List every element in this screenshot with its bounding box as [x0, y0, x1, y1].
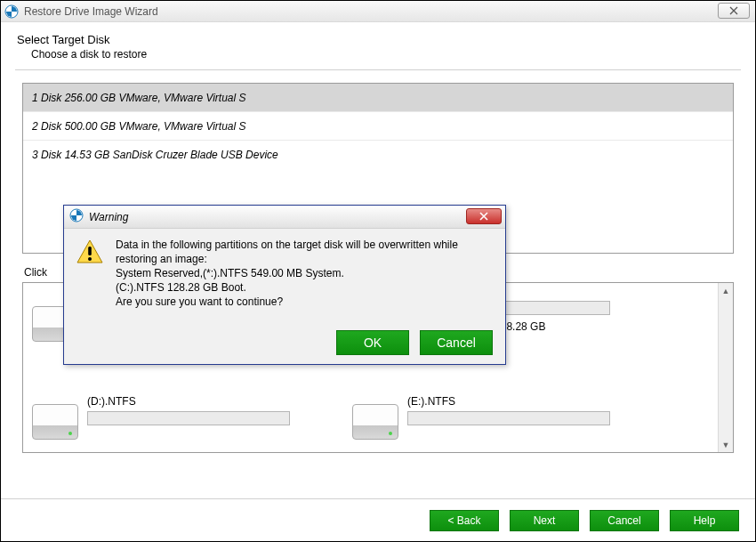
- dialog-titlebar: Warning: [64, 206, 505, 229]
- dialog-line: Are you sure you want to continue?: [116, 295, 493, 309]
- partition-name: (D:).NTFS: [87, 395, 292, 408]
- divider: [15, 69, 741, 70]
- disk-label: 2 Disk 500.00 GB VMware, VMware Virtual …: [32, 120, 246, 133]
- help-button[interactable]: Help: [670, 510, 739, 531]
- cancel-button[interactable]: Cancel: [590, 510, 659, 531]
- ok-button[interactable]: OK: [336, 330, 409, 355]
- dialog-close-button[interactable]: [466, 208, 502, 224]
- scroll-up-icon[interactable]: ▲: [719, 283, 733, 298]
- partition-usage-bar: [407, 411, 610, 425]
- partition-item[interactable]: (D:).NTFS: [32, 390, 299, 452]
- next-button[interactable]: Next: [510, 510, 579, 531]
- page-subtitle: Choose a disk to restore: [31, 48, 741, 61]
- app-icon: [69, 208, 84, 225]
- disk-label: 3 Disk 14.53 GB SanDisk Cruzer Blade USB…: [32, 149, 278, 161]
- warning-icon: [76, 238, 103, 264]
- disk-row[interactable]: 1 Disk 256.00 GB VMware, VMware Virtual …: [23, 84, 733, 112]
- back-button[interactable]: < Back: [430, 510, 499, 531]
- dialog-title: Warning: [89, 211, 128, 223]
- scrollbar[interactable]: ▲ ▼: [718, 283, 733, 452]
- svg-rect-2: [88, 247, 92, 255]
- dialog-message: Data in the following partitions on the …: [116, 238, 493, 309]
- app-icon: [4, 4, 19, 19]
- dialog-line: System Reserved,(*:).NTFS 549.00 MB Syst…: [116, 266, 493, 280]
- disk-row[interactable]: 3 Disk 14.53 GB SanDisk Cruzer Blade USB…: [23, 141, 733, 169]
- partition-name: (E:).NTFS: [407, 395, 612, 408]
- disk-row[interactable]: 2 Disk 500.00 GB VMware, VMware Virtual …: [23, 112, 733, 141]
- partition-usage-bar: [87, 411, 290, 425]
- disk-label: 1 Disk 256.00 GB VMware, VMware Virtual …: [32, 92, 246, 104]
- drive-icon: [32, 404, 78, 440]
- dialog-line: Data in the following partitions on the …: [116, 238, 493, 266]
- dialog-line: (C:).NTFS 128.28 GB Boot.: [116, 280, 493, 295]
- drive-icon: [352, 404, 398, 440]
- window-title: Restore Drive Image Wizard: [24, 5, 158, 18]
- page-title: Select Target Disk: [17, 33, 741, 46]
- scroll-down-icon[interactable]: ▼: [719, 437, 733, 452]
- window-close-button[interactable]: [718, 3, 750, 19]
- dialog-cancel-button[interactable]: Cancel: [420, 330, 493, 355]
- warning-dialog: Warning Data in the following partitions…: [63, 205, 506, 365]
- window-titlebar: Restore Drive Image Wizard: [1, 1, 755, 22]
- partition-item[interactable]: (E:).NTFS: [352, 390, 619, 452]
- svg-point-3: [88, 257, 92, 261]
- footer: < Back Next Cancel Help: [1, 498, 755, 541]
